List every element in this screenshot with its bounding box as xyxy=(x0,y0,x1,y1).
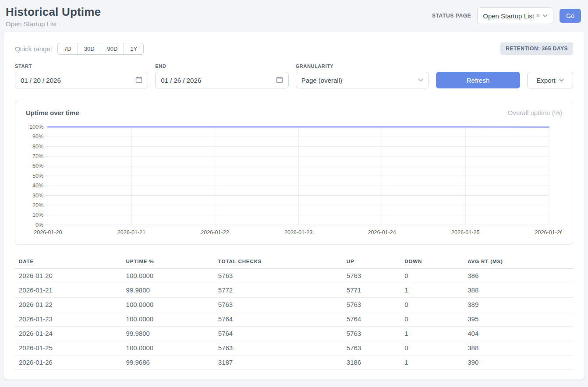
table-cell: 5772 xyxy=(214,283,343,297)
svg-text:30%: 30% xyxy=(32,193,43,199)
svg-text:90%: 90% xyxy=(32,134,43,140)
svg-text:2026-01-20: 2026-01-20 xyxy=(34,229,62,236)
chart-title: Uptime over time xyxy=(26,109,79,116)
table-cell: 100.0000 xyxy=(122,341,214,355)
calendar-icon[interactable] xyxy=(276,76,283,84)
table-cell: 5763 xyxy=(343,341,400,355)
status-page-bar: STATUS PAGE Open Startup List × Go xyxy=(432,7,581,24)
start-date-field: START 01 / 20 / 2026 xyxy=(15,63,148,88)
status-page-label: STATUS PAGE xyxy=(432,13,471,19)
table-cell: 1 xyxy=(400,283,464,297)
end-date-label: END xyxy=(155,63,288,69)
table-row: 2026-01-20100.0000576357630386 xyxy=(15,268,573,283)
svg-text:10%: 10% xyxy=(32,212,43,218)
table-row: 2026-01-2199.9800577257711388 xyxy=(15,283,573,297)
status-page-select[interactable]: Open Startup List × xyxy=(477,7,553,24)
table-cell: 99.9800 xyxy=(122,326,214,341)
uptime-table-header: DATEUPTIME %TOTAL CHECKSUPDOWNAVG RT (MS… xyxy=(15,255,573,269)
table-cell: 404 xyxy=(464,326,573,341)
table-cell: 5764 xyxy=(214,312,343,326)
granularity-select[interactable]: Page (overall) xyxy=(296,72,429,88)
column-header: AVG RT (MS) xyxy=(464,255,573,269)
table-cell: 100.0000 xyxy=(122,297,214,312)
column-header: DATE xyxy=(15,255,122,269)
table-cell: 2026-01-20 xyxy=(15,268,122,283)
end-date-field: END 01 / 26 / 2026 xyxy=(155,63,288,88)
table-cell: 5763 xyxy=(343,326,400,341)
column-header: UPTIME % xyxy=(122,255,214,269)
filter-row: START 01 / 20 / 2026 END 01 / 26 / 2026 … xyxy=(15,63,573,88)
table-cell: 388 xyxy=(464,283,573,297)
quick-range-button-30d[interactable]: 30D xyxy=(78,43,101,55)
svg-text:70%: 70% xyxy=(32,153,43,159)
table-cell: 5763 xyxy=(214,268,343,283)
table-row: 2026-01-25100.0000576357630388 xyxy=(15,341,573,355)
svg-text:80%: 80% xyxy=(32,144,43,150)
table-cell: 2026-01-22 xyxy=(15,297,122,312)
column-header: UP xyxy=(343,255,400,269)
table-cell: 5763 xyxy=(214,341,343,355)
column-header: DOWN xyxy=(400,255,464,269)
table-row: 2026-01-2499.9800576457631404 xyxy=(15,326,573,341)
table-cell: 5763 xyxy=(343,297,400,312)
start-date-input[interactable]: 01 / 20 / 2026 xyxy=(15,72,148,88)
calendar-icon[interactable] xyxy=(135,76,142,84)
page-title: Historical Uptime xyxy=(6,5,101,19)
table-cell: 5764 xyxy=(214,326,343,341)
clear-selection-icon[interactable]: × xyxy=(536,12,540,19)
table-cell: 5764 xyxy=(343,312,400,326)
page-subtitle: Open Startup List xyxy=(6,20,101,28)
main-card: Quick range: 7D30D90D1Y RETENTION: 365 D… xyxy=(4,32,584,380)
export-button[interactable]: Export xyxy=(527,72,573,88)
table-cell: 388 xyxy=(464,341,573,355)
chevron-down-icon xyxy=(418,78,423,82)
table-cell: 0 xyxy=(400,268,464,283)
table-row: 2026-01-23100.0000576457640395 xyxy=(15,312,573,326)
svg-text:20%: 20% xyxy=(32,202,43,208)
table-cell: 2026-01-23 xyxy=(15,312,122,326)
table-cell: 5771 xyxy=(343,283,400,297)
top-header: Historical Uptime Open Startup List STAT… xyxy=(0,0,588,32)
svg-text:50%: 50% xyxy=(32,173,43,179)
end-date-input[interactable]: 01 / 26 / 2026 xyxy=(155,72,288,88)
table-row: 2026-01-2699.9686318731861390 xyxy=(15,355,573,369)
svg-text:0%: 0% xyxy=(35,222,43,228)
start-date-label: START xyxy=(15,63,148,69)
table-cell: 1 xyxy=(400,355,464,369)
granularity-field: GRANULARITY Page (overall) xyxy=(296,63,429,88)
uptime-chart-card: Uptime over time Overall uptime (%) 0%10… xyxy=(15,100,573,245)
table-cell: 390 xyxy=(464,355,573,369)
granularity-value: Page (overall) xyxy=(301,77,342,84)
retention-badge: RETENTION: 365 DAYS xyxy=(500,42,573,55)
export-button-label: Export xyxy=(536,77,555,84)
svg-text:2026-01-22: 2026-01-22 xyxy=(201,229,229,236)
table-cell: 386 xyxy=(464,268,573,283)
table-cell: 3186 xyxy=(343,355,400,369)
table-cell: 0 xyxy=(400,341,464,355)
title-block: Historical Uptime Open Startup List xyxy=(6,5,101,28)
svg-text:100%: 100% xyxy=(29,124,43,130)
table-cell: 5763 xyxy=(214,297,343,312)
table-cell: 2026-01-25 xyxy=(15,341,122,355)
quick-range-label: Quick range: xyxy=(15,45,52,53)
svg-text:2026-01-23: 2026-01-23 xyxy=(284,229,312,236)
table-cell: 395 xyxy=(464,312,573,326)
table-cell: 99.9800 xyxy=(122,283,214,297)
quick-range-button-1y[interactable]: 1Y xyxy=(124,43,144,55)
quick-range-row: Quick range: 7D30D90D1Y RETENTION: 365 D… xyxy=(15,42,573,55)
table-cell: 1 xyxy=(400,326,464,341)
quick-range-button-90d[interactable]: 90D xyxy=(101,43,124,55)
refresh-button[interactable]: Refresh xyxy=(436,72,520,88)
table-cell: 3187 xyxy=(214,355,343,369)
status-page-selected-value: Open Startup List xyxy=(483,12,534,20)
go-button[interactable]: Go xyxy=(560,9,581,23)
svg-text:2026-01-21: 2026-01-21 xyxy=(117,229,145,236)
svg-text:2026-01-26: 2026-01-26 xyxy=(535,229,562,236)
table-cell: 0 xyxy=(400,312,464,326)
table-row: 2026-01-22100.0000576357630389 xyxy=(15,297,573,312)
chart-legend-label: Overall uptime (%) xyxy=(508,109,562,116)
table-cell: 99.9686 xyxy=(122,355,214,369)
quick-range-button-7d[interactable]: 7D xyxy=(57,43,78,55)
uptime-table: DATEUPTIME %TOTAL CHECKSUPDOWNAVG RT (MS… xyxy=(15,255,573,370)
end-date-value: 01 / 26 / 2026 xyxy=(161,77,201,84)
